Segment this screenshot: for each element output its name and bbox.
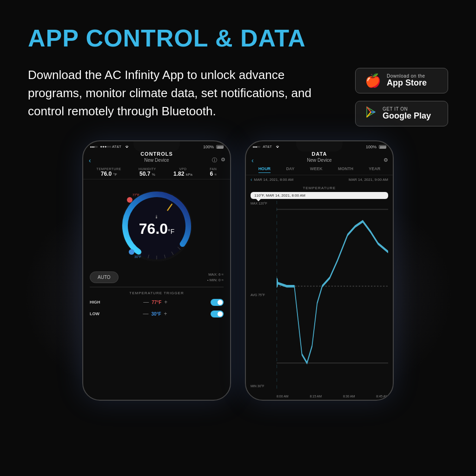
data-screen: ●●●○○ AT&T 4:48PM 100% DATA [246,141,393,400]
high-temp-label: 77°F [132,193,139,197]
controls-header: CONTROLS ‹ New Device ⓘ ⚙ [83,150,230,165]
tab-year[interactable]: YEAR [369,166,380,173]
device-name-data: New Device [307,158,331,163]
trigger-high-toggle[interactable] [211,299,224,306]
battery-icon [216,145,224,149]
google-play-text: GET IT ON Google Play [383,106,431,121]
content-row: Download the AC Infinity App to unlock a… [28,66,448,126]
wifi-icon [125,145,129,149]
settings-icon-data[interactable]: ⚙ [383,157,388,163]
apple-icon: 🍎 [365,73,381,88]
gauge-area: 77°F 30°F 🌡 76.0°F [83,179,230,270]
trigger-high-controls: — 77°F + [143,299,167,305]
data-title-text: DATA [246,151,393,157]
battery-icon-2 [379,145,386,149]
back-arrow-icon[interactable]: ‹ [89,157,91,164]
info-icon[interactable]: ⓘ [212,157,217,164]
trigger-high-plus[interactable]: + [164,299,167,305]
phone-notch-left [133,141,180,152]
phone-notch-right [296,141,343,152]
chevron-left-icon[interactable]: ‹ [251,177,252,182]
date-to: MAR 14, 2021, 9:00 AM [349,178,388,182]
carrier-name-2: AT&T [263,145,272,149]
y-label-min: MIN 30°F [251,384,267,388]
gauge-center-value: 🌡 76.0°F [139,214,174,238]
tab-hour[interactable]: HOUR [258,166,271,173]
x-label-815: 8:15 AM [310,395,322,398]
app-store-button[interactable]: 🍎 Download on the App Store [355,68,448,93]
x-label-830: 8:30 AM [343,395,355,398]
low-temp-label: 30°F [134,255,141,258]
status-battery-controls: 100% [203,145,224,149]
header-icons-controls: ⓘ ⚙ [212,157,225,164]
wifi-icon-2 [275,145,280,149]
trigger-high-minus[interactable]: — [143,299,149,305]
trigger-high-value: 77°F [152,300,161,305]
store-buttons: 🍎 Download on the App Store [355,68,448,126]
description-text: Download the AC Infinity App to unlock a… [28,66,337,120]
trigger-high-label: HIGH [90,300,100,304]
google-play-button[interactable]: GET IT ON Google Play [355,101,448,126]
y-axis-labels: MAX 120°F AVG 75°F MIN 30°F [251,201,267,389]
chart-title: TEMPERATURE [251,186,388,190]
chart-wrapper: MAX 120°F AVG 75°F MIN 30°F [251,201,388,398]
x-axis-labels: 8:00 AM 8:15 AM 8:30 AM 8:45 AM [277,395,388,398]
stat-vpd: VPD 1.82 kPa [173,167,192,177]
trigger-low-row: LOW — 30°F + [90,310,224,318]
data-header: DATA ‹ New Device ⚙ [246,150,393,165]
trigger-high-row: HIGH — 77°F + [90,298,224,307]
top-section: APP CONTROL & DATA Download the AC Infin… [0,0,476,126]
device-name-controls: New Device [144,158,169,163]
status-carrier-right: ●●●○○ AT&T [252,145,280,149]
chart-svg-area [277,201,388,389]
data-phone: ●●●○○ AT&T 4:48PM 100% DATA [245,140,394,401]
chart-area: TEMPERATURE 110°F, MAR 14, 2021, 8:00 AM… [246,184,393,400]
signal-dots: ●●●○○ [90,145,97,148]
trigger-low-value: 30°F [151,311,161,317]
page-title: APP CONTROL & DATA [28,24,448,52]
stats-row: TEMPERTURE 76.0 °F HUMIDITY 50.7 % VPD 1… [83,165,230,179]
trigger-low-minus[interactable]: — [143,311,148,317]
controls-screen: ●●●○○ ●●●○○ AT&T 4:48PM 100% CONTROLS [83,141,230,400]
tab-row: HOUR DAY WEEK MONTH YEAR [246,165,393,175]
date-from: MAR 14, 2021, 8:00 AM [254,178,293,182]
signal-dots-2: ●●●○○ [252,145,260,148]
controls-title-text: CONTROLS [83,151,230,157]
tab-day[interactable]: DAY [286,166,294,173]
stat-fan: FAN 6 ≈ [210,167,217,177]
y-label-max: MAX 120°F [251,202,267,205]
phones-row: ●●●○○ ●●●○○ AT&T 4:48PM 100% CONTROLS [0,140,476,401]
x-label-845: 8:45 AM [376,395,388,398]
temperature-chart [277,201,388,389]
high-temp-marker [127,197,132,203]
header-icons-data: ⚙ [383,157,388,163]
app-store-main-label: App Store [387,79,427,88]
trigger-low-controls: — 30°F + [143,311,167,317]
app-store-text: Download on the App Store [387,73,427,88]
trigger-low-toggle[interactable] [211,311,224,317]
google-play-icon [365,106,377,121]
settings-icon[interactable]: ⚙ [221,157,225,164]
max-min-text: MAX: 6 ≈ • MIN: 0 ≈ [207,272,224,282]
low-temp-marker [129,249,134,255]
google-play-main-label: Google Play [383,112,431,121]
date-range-left: ‹ MAR 14, 2021, 8:00 AM [251,177,293,182]
auto-button[interactable]: AUTO [90,271,119,283]
tab-month[interactable]: MONTH [338,166,353,173]
carrier-name: ●●●○○ AT&T [100,145,121,149]
gauge-container: 77°F 30°F 🌡 76.0°F [115,184,198,268]
trigger-low-plus[interactable]: + [164,311,167,317]
stat-temperature: TEMPERTURE 76.0 °F [97,167,121,177]
trigger-title: TEMPERATURE TRIGGER [90,291,224,295]
status-battery-data: 100% [366,145,386,149]
y-label-avg: AVG 75°F [251,293,267,297]
chart-tooltip: 110°F, MAR 14, 2021, 8:00 AM [251,192,388,199]
back-arrow-data-icon[interactable]: ‹ [251,157,254,164]
x-label-800: 8:00 AM [277,395,289,398]
divider-1 [90,287,224,287]
trigger-low-label: LOW [90,311,99,316]
data-subtitle-row: ‹ New Device ⚙ [246,157,393,164]
tab-week[interactable]: WEEK [310,166,323,173]
controls-phone: ●●●○○ ●●●○○ AT&T 4:48PM 100% CONTROLS [82,140,231,401]
controls-bottom: AUTO MAX: 6 ≈ • MIN: 0 ≈ TEMPERATURE TRI… [83,270,230,400]
